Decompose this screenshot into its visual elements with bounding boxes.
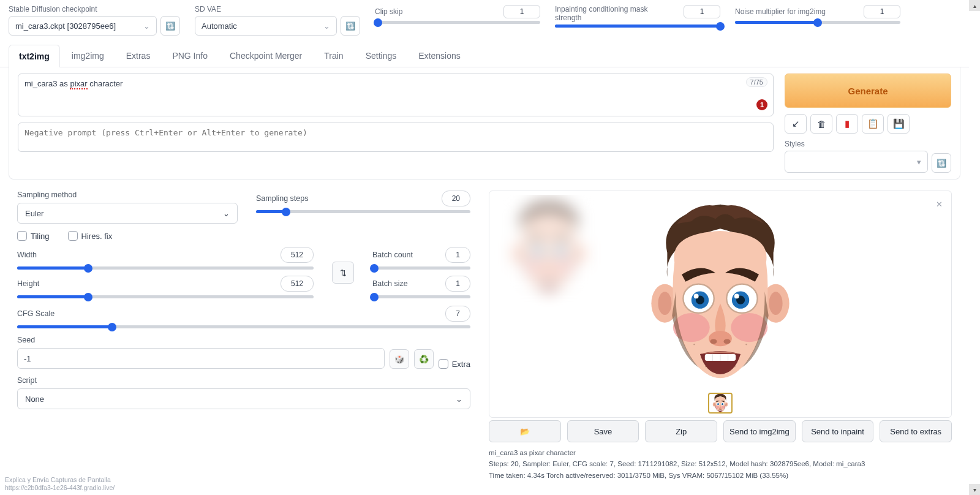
cfg-value[interactable]: 7: [445, 306, 470, 322]
main-tabs: txt2img img2img Extras PNG Info Checkpoi…: [0, 44, 969, 67]
height-slider[interactable]: [17, 295, 314, 298]
sampling-steps-slider[interactable]: [256, 210, 470, 213]
seed-extra-checkbox[interactable]: Extra: [439, 359, 470, 369]
footer-hint: Explica y Envía Capturas de Pantalla htt…: [5, 476, 115, 493]
output-preview-blur: [497, 195, 601, 299]
chevron-down-icon: ⌄: [143, 21, 150, 31]
recycle-icon[interactable]: ♻️: [414, 349, 434, 369]
script-select[interactable]: None ⌄: [17, 388, 470, 409]
close-icon[interactable]: ✕: [936, 200, 943, 209]
width-value[interactable]: 512: [281, 247, 314, 263]
token-counter: 7/75: [746, 77, 767, 87]
checkpoint-label: Stable Diffusion checkpoint: [9, 5, 180, 13]
chevron-down-icon: ▾: [917, 157, 921, 167]
inpaint-label: Inpainting conditioning mask strength: [555, 5, 653, 22]
vae-label: SD VAE: [195, 5, 360, 13]
styles-select[interactable]: ▾: [785, 151, 928, 173]
controls-panel: Sampling method Euler ⌄ Sampling steps 2…: [17, 191, 470, 481]
batch-size-label: Batch size: [372, 279, 408, 288]
inpaint-slider[interactable]: [555, 25, 720, 28]
scrollbar-down[interactable]: ▾: [969, 484, 980, 495]
noise-value[interactable]: 1: [864, 5, 900, 18]
top-config-row: Stable Diffusion checkpoint mi_cara3.ckp…: [0, 0, 969, 38]
tab-txt2img[interactable]: txt2img: [9, 45, 60, 67]
dice-icon[interactable]: 🎲: [390, 349, 409, 369]
tiling-checkbox[interactable]: Tiling: [17, 231, 50, 241]
hiresfix-checkbox[interactable]: Hires. fix: [68, 231, 113, 241]
arrow-icon[interactable]: ↙: [785, 114, 807, 134]
width-slider[interactable]: [17, 266, 314, 270]
batch-count-label: Batch count: [372, 251, 413, 259]
noise-label: Noise multiplier for img2img: [735, 7, 826, 16]
tab-train[interactable]: Train: [314, 44, 353, 67]
negative-prompt-input[interactable]: [18, 123, 774, 152]
sampling-steps-label: Sampling steps: [256, 194, 308, 203]
clipboard-icon[interactable]: 📋: [862, 114, 884, 134]
tab-pnginfo[interactable]: PNG Info: [162, 44, 218, 67]
batch-size-slider[interactable]: [372, 295, 470, 298]
chevron-down-icon: ⌄: [456, 395, 462, 404]
zip-button[interactable]: Zip: [645, 420, 717, 442]
sampling-method-label: Sampling method: [17, 191, 238, 199]
noise-slider[interactable]: [735, 21, 900, 24]
height-label: Height: [17, 279, 39, 288]
output-image[interactable]: [619, 195, 821, 388]
scrollbar-up[interactable]: ▴: [969, 0, 980, 11]
batch-size-value[interactable]: 1: [445, 276, 470, 292]
chevron-down-icon: ⌄: [323, 21, 330, 31]
output-buttons: 📂 Save Zip Send to img2img Send to inpai…: [489, 420, 952, 442]
generate-button[interactable]: Generate: [785, 74, 951, 108]
swap-wh-button[interactable]: ⇅: [332, 262, 354, 284]
clip-skip-slider[interactable]: [375, 21, 540, 24]
tab-img2img[interactable]: img2img: [61, 44, 115, 67]
styles-label: Styles: [785, 140, 951, 148]
prompt-panel: mi_cara3 as pixar character 7/75 1 Gener…: [9, 67, 960, 179]
seed-input[interactable]: [17, 348, 385, 369]
height-value[interactable]: 512: [281, 276, 314, 292]
clip-skip-value[interactable]: 1: [503, 5, 540, 18]
batch-count-value[interactable]: 1: [445, 247, 470, 263]
sampling-steps-value[interactable]: 20: [442, 191, 470, 206]
chevron-down-icon: ⌄: [223, 209, 230, 218]
tab-settings[interactable]: Settings: [355, 44, 407, 67]
output-panel: ✕: [489, 191, 952, 418]
bookmark-icon[interactable]: ▮: [836, 114, 858, 134]
output-metadata: mi_cara3 as pixar character Steps: 20, S…: [489, 447, 952, 481]
refresh-vae-button[interactable]: 🔃: [341, 16, 360, 36]
cfg-label: CFG Scale: [17, 309, 55, 318]
checkpoint-select[interactable]: mi_cara3.ckpt [3028795ee6] ⌄: [9, 16, 157, 36]
save-icon[interactable]: 💾: [888, 114, 910, 134]
inpaint-value[interactable]: 1: [684, 5, 720, 18]
refresh-checkpoint-button[interactable]: 🔃: [160, 16, 180, 36]
sampling-method-select[interactable]: Euler ⌄: [17, 203, 238, 224]
tab-extensions[interactable]: Extensions: [408, 44, 470, 67]
tab-checkpoint-merger[interactable]: Checkpoint Merger: [219, 44, 312, 67]
send-extras-button[interactable]: Send to extras: [880, 420, 952, 442]
tab-extras[interactable]: Extras: [116, 44, 161, 67]
output-thumbnail[interactable]: [708, 393, 733, 414]
clip-skip-label: Clip skip: [375, 7, 402, 16]
attention-badge[interactable]: 1: [756, 99, 767, 110]
send-inpaint-button[interactable]: Send to inpaint: [802, 420, 874, 442]
seed-label: Seed: [17, 336, 470, 344]
send-img2img-button[interactable]: Send to img2img: [723, 420, 796, 442]
width-label: Width: [17, 251, 37, 259]
prompt-input[interactable]: mi_cara3 as pixar character: [18, 74, 774, 116]
trash-icon[interactable]: 🗑: [810, 114, 832, 134]
refresh-styles-button[interactable]: 🔃: [932, 153, 951, 173]
save-button[interactable]: Save: [567, 420, 639, 442]
vae-select[interactable]: Automatic ⌄: [195, 16, 337, 36]
script-label: Script: [17, 376, 470, 385]
cfg-slider[interactable]: [17, 325, 470, 328]
folder-button[interactable]: 📂: [489, 420, 561, 442]
batch-count-slider[interactable]: [372, 266, 470, 270]
